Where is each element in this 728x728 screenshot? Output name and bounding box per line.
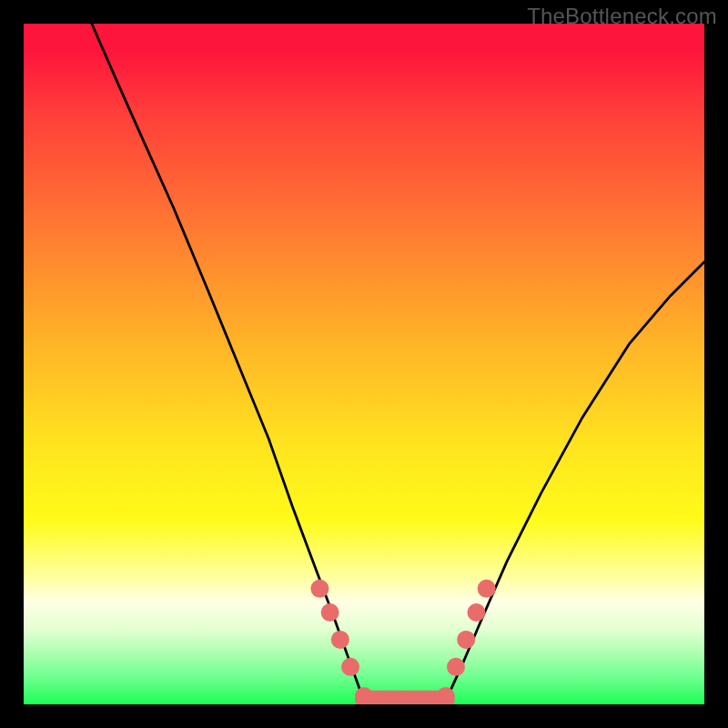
dots-group xyxy=(310,580,495,704)
chart-frame: TheBottleneck.com xyxy=(0,0,728,728)
watermark-text: TheBottleneck.com xyxy=(527,4,717,29)
data-dot xyxy=(457,631,475,649)
data-dot xyxy=(375,691,393,704)
data-dot xyxy=(341,658,359,676)
data-dot xyxy=(478,580,496,598)
data-dot xyxy=(310,580,329,598)
bottom-bar xyxy=(355,691,455,704)
data-dot xyxy=(467,603,485,622)
data-dot xyxy=(396,691,414,704)
plot-area xyxy=(24,24,704,704)
data-dot xyxy=(447,658,465,676)
data-dot xyxy=(355,687,373,704)
data-dot xyxy=(437,687,455,704)
chart-svg xyxy=(24,24,704,704)
data-dot xyxy=(331,631,349,649)
curve-group xyxy=(92,24,704,701)
data-dot xyxy=(321,603,339,622)
data-dot xyxy=(416,691,434,704)
